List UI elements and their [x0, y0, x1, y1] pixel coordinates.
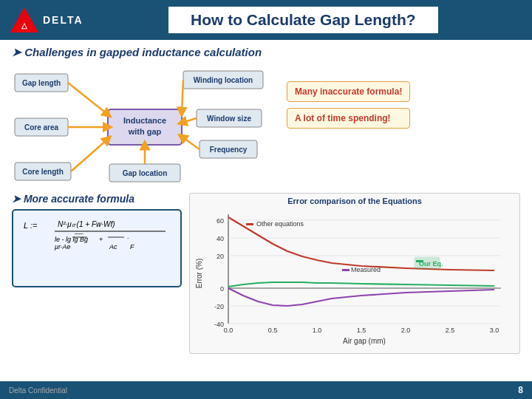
- svg-text:40: 40: [216, 235, 224, 242]
- notes-area: Many inaccurate formula! A lot of time s…: [287, 66, 410, 129]
- svg-line-13: [71, 139, 108, 171]
- delta-logo: △ DELTA: [9, 6, 83, 34]
- chart-title: Error comparison of the Equations: [194, 197, 515, 205]
- svg-text:F: F: [130, 243, 134, 250]
- svg-text:Gap length: Gap length: [22, 79, 61, 87]
- bottom-bar: Delta Confidential 8: [0, 381, 532, 399]
- svg-rect-60: [246, 223, 253, 225]
- svg-rect-62: [342, 269, 349, 271]
- svg-text:0: 0: [220, 285, 224, 293]
- formula-chart-row: ➤ More accurate formula L := N²·μ₀·(1 + …: [12, 193, 520, 354]
- svg-text:-20: -20: [214, 303, 224, 310]
- title-box: How to Calculate Gap Length?: [83, 7, 523, 33]
- svg-text:Gap location: Gap location: [123, 169, 168, 177]
- svg-text:Our Eq.: Our Eq.: [419, 260, 443, 267]
- svg-text:Core length: Core length: [22, 168, 64, 176]
- svg-line-16: [182, 80, 183, 112]
- svg-text:2.0: 2.0: [401, 327, 411, 334]
- svg-text:Window size: Window size: [207, 115, 251, 123]
- svg-text:Winding location: Winding location: [194, 76, 253, 84]
- slide-title: How to Calculate Gap Length?: [168, 7, 438, 33]
- svg-text:Other equations: Other equations: [256, 220, 304, 228]
- svg-text:Error (%): Error (%): [195, 259, 203, 289]
- svg-text:0.5: 0.5: [268, 327, 278, 334]
- inductance-diagram: Inductance with gap Gap length Core area…: [12, 66, 278, 188]
- svg-text:60: 60: [216, 217, 224, 225]
- svg-text:△: △: [21, 21, 28, 30]
- delta-logo-icon: △: [9, 6, 40, 34]
- svg-text:0.0: 0.0: [224, 327, 233, 334]
- svg-text:Measured: Measured: [351, 266, 381, 273]
- page-number: 8: [518, 385, 523, 395]
- svg-text:1.5: 1.5: [357, 327, 366, 334]
- chart-container: Error comparison of the Equations 60 40 …: [189, 193, 520, 354]
- svg-line-7: [68, 83, 108, 115]
- svg-text:with gap: with gap: [128, 127, 162, 136]
- svg-text:Frequency: Frequency: [210, 146, 248, 154]
- svg-text:Core area: Core area: [24, 123, 59, 132]
- time-note: A lot of time spending!: [287, 108, 410, 129]
- arrow-bullet: ➤: [12, 46, 24, 58]
- svg-text:1.0: 1.0: [313, 327, 322, 334]
- svg-text:Air gap (mm): Air gap (mm): [343, 337, 386, 345]
- top-bar: △ DELTA How to Calculate Gap Length?: [0, 0, 532, 40]
- inaccurate-note: Many inaccurate formula!: [287, 81, 410, 102]
- svg-line-22: [182, 137, 200, 149]
- footer-left: Delta Confidential: [9, 386, 67, 395]
- svg-text:20: 20: [216, 253, 224, 260]
- svg-text:μr·Ae: μr·Ae: [54, 243, 70, 250]
- formula-svg: L := N²·μ₀·(1 + Fw·Wf) le - lg lg Bg ── …: [21, 216, 168, 276]
- section2-text: More accurate formula: [24, 193, 134, 205]
- section1-title: ➤ Challenges in gapped inductance calcul…: [12, 46, 520, 59]
- svg-text:3.0: 3.0: [490, 327, 499, 334]
- diagram-row: Inductance with gap Gap length Core area…: [12, 66, 520, 188]
- svg-text:N²·μ₀·(1 + Fw·Wf): N²·μ₀·(1 + Fw·Wf): [58, 220, 115, 228]
- section1-label: Challenges in gapped inductance calculat…: [24, 46, 262, 58]
- section2-label: ➤ More accurate formula: [12, 193, 182, 205]
- svg-text:──: ──: [74, 231, 83, 237]
- svg-text:-40: -40: [214, 321, 224, 328]
- chart-svg: 60 40 20 0 -20 -40 0.0 0.5 1.0 1.5: [194, 207, 512, 347]
- svg-text:L :=: L :=: [24, 221, 38, 230]
- svg-text:2.5: 2.5: [446, 327, 455, 334]
- formula-section: ➤ More accurate formula L := N²·μ₀·(1 + …: [12, 193, 182, 287]
- svg-text:Ac: Ac: [109, 243, 117, 250]
- svg-text:·: ·: [127, 234, 129, 242]
- diagram-svg: Inductance with gap Gap length Core area…: [12, 66, 278, 188]
- arrow-bullet2: ➤: [12, 193, 24, 205]
- main-content: ➤ Challenges in gapped inductance calcul…: [0, 40, 532, 399]
- formula-text: L := N²·μ₀·(1 + Fw·Wf) le - lg lg Bg ── …: [21, 216, 173, 280]
- logo-text: DELTA: [43, 14, 83, 26]
- formula-box: L := N²·μ₀·(1 + Fw·Wf) le - lg lg Bg ── …: [12, 209, 182, 287]
- svg-line-19: [182, 118, 197, 123]
- svg-text:Inductance: Inductance: [123, 116, 166, 125]
- svg-text:+: +: [99, 236, 103, 243]
